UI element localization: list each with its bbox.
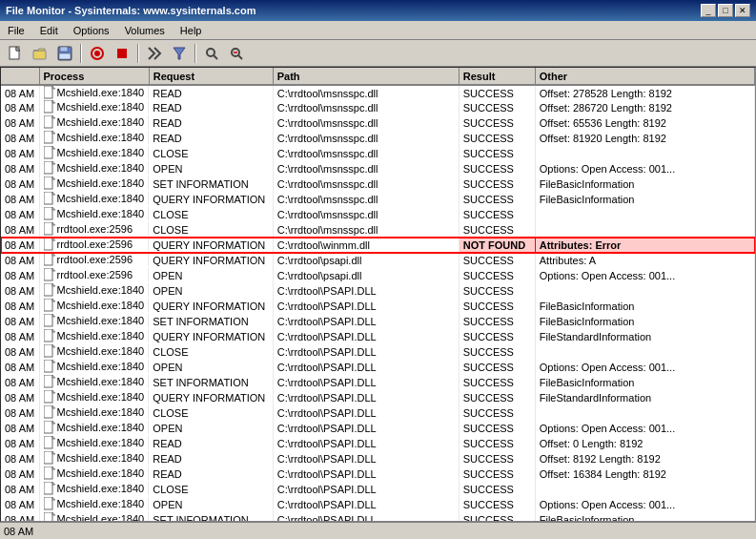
table-row[interactable]: 08 AMMcshield.exe:1840READC:\rrdtool\msn…	[1, 131, 755, 146]
toolbar-autoscroll[interactable]	[143, 43, 166, 64]
cell-time: 08 AM	[1, 405, 39, 421]
cell-path: C:\rrdtool\PSAPI.DLL	[273, 375, 459, 390]
cell-process: rrdtool.exe:2596	[40, 253, 150, 266]
table-row[interactable]: 08 AMrrdtool.exe:2596CLOSEC:\rrdtool\msn…	[1, 222, 755, 238]
table-row[interactable]: 08 AMMcshield.exe:1840CLOSEC:\rrdtool\PS…	[1, 482, 755, 497]
cell-time: 08 AM	[1, 436, 39, 451]
toolbar-capture[interactable]	[86, 43, 109, 64]
col-header-process[interactable]: Process	[39, 68, 149, 85]
cell-time: 08 AM	[1, 192, 39, 207]
file-icon	[44, 466, 57, 480]
table-row[interactable]: 08 AMMcshield.exe:1840OPENC:\rrdtool\PSA…	[1, 360, 755, 375]
table-row[interactable]: 08 AMMcshield.exe:1840OPENC:\rrdtool\PSA…	[1, 497, 755, 512]
maximize-button[interactable]: □	[718, 4, 733, 17]
svg-marker-49	[52, 207, 55, 210]
col-header-other[interactable]: Other	[535, 68, 754, 85]
cell-result: SUCCESS	[459, 115, 535, 131]
table-row[interactable]: 08 AMMcshield.exe:1840QUERY INFORMATIONC…	[1, 329, 755, 344]
table-row[interactable]: 08 AMMcshield.exe:1840QUERY INFORMATIONC…	[1, 192, 755, 207]
cell-request: SET INFORMATION	[149, 176, 273, 192]
table-row[interactable]: 08 AMMcshield.exe:1840OPENC:\rrdtool\PSA…	[1, 421, 755, 436]
cell-path: C:\rrdtool\PSAPI.DLL	[273, 451, 459, 466]
cell-process: Mcshield.exe:1840	[40, 207, 150, 220]
cell-time: 08 AM	[1, 375, 39, 390]
table-row[interactable]: 08 AMrrdtool.exe:2596OPENC:\rrdtool\psap…	[1, 268, 755, 283]
toolbar-stop[interactable]	[111, 43, 133, 64]
file-icon	[44, 283, 57, 297]
cell-path: C:\rrdtool\msnsspc.dll	[273, 207, 459, 222]
svg-rect-9	[117, 49, 127, 58]
table-row[interactable]: 08 AMMcshield.exe:1840OPENC:\rrdtool\msn…	[1, 161, 755, 176]
table-row[interactable]: 08 AMrrdtool.exe:2596QUERY INFORMATIONC:…	[1, 238, 755, 253]
menu-help[interactable]: Help	[173, 21, 210, 39]
toolbar-find[interactable]	[200, 43, 223, 64]
table-row[interactable]: 08 AMMcshield.exe:1840SET INFORMATIONC:\…	[1, 375, 755, 390]
toolbar-new[interactable]	[4, 43, 27, 64]
close-button[interactable]: ✕	[735, 4, 750, 17]
cell-process-text: Mcshield.exe:1840	[57, 330, 145, 342]
svg-rect-76	[44, 314, 52, 326]
toolbar-open[interactable]	[29, 43, 51, 64]
table-row[interactable]: 08 AMMcshield.exe:1840SET INFORMATIONC:\…	[1, 512, 755, 522]
file-icon	[44, 131, 57, 144]
cell-result: SUCCESS	[459, 421, 535, 436]
table-row[interactable]: 08 AMrrdtool.exe:2596QUERY INFORMATIONC:…	[1, 253, 755, 268]
table-row[interactable]: 08 AMMcshield.exe:1840READC:\rrdtool\msn…	[1, 100, 755, 115]
table-row[interactable]: 08 AMMcshield.exe:1840OPENC:\rrdtool\PSA…	[1, 283, 755, 299]
menu-file[interactable]: File	[0, 21, 32, 39]
col-header-request[interactable]: Request	[149, 68, 273, 85]
menu-volumes[interactable]: Volumes	[117, 21, 173, 39]
cell-process: Mcshield.exe:1840	[40, 314, 150, 327]
svg-rect-32	[44, 146, 52, 158]
cell-request: CLOSE	[149, 344, 273, 360]
table-row[interactable]: 08 AMMcshield.exe:1840SET INFORMATIONC:\…	[1, 176, 755, 192]
file-monitor-table[interactable]: Process Request Path Result Other 08 AMM…	[0, 67, 756, 522]
cell-path: C:\rrdtool\msnsspc.dll	[273, 131, 459, 146]
table-row[interactable]: 08 AMMcshield.exe:1840CLOSEC:\rrdtool\PS…	[1, 405, 755, 421]
col-header-time[interactable]	[1, 68, 39, 85]
table-row[interactable]: 08 AMMcshield.exe:1840READC:\rrdtool\PSA…	[1, 466, 755, 482]
table-row[interactable]: 08 AMMcshield.exe:1840CLOSEC:\rrdtool\ms…	[1, 146, 755, 161]
table-row[interactable]: 08 AMMcshield.exe:1840SET INFORMATIONC:\…	[1, 314, 755, 329]
cell-path: C:\rrdtool\msnsspc.dll	[273, 192, 459, 207]
cell-result: SUCCESS	[459, 85, 535, 100]
cell-path: C:\rrdtool\msnsspc.dll	[273, 115, 459, 131]
cell-other	[535, 146, 754, 161]
cell-path: C:\rrdtool\PSAPI.DLL	[273, 314, 459, 329]
svg-rect-48	[44, 207, 52, 219]
minimize-button[interactable]: _	[701, 4, 716, 17]
table-row[interactable]: 08 AMMcshield.exe:1840QUERY INFORMATIONC…	[1, 299, 755, 314]
svg-marker-69	[52, 283, 55, 286]
cell-process-text: Mcshield.exe:1840	[57, 193, 145, 204]
cell-time: 08 AM	[1, 421, 39, 436]
cell-process: Mcshield.exe:1840	[40, 283, 150, 297]
menu-options[interactable]: Options	[66, 21, 117, 39]
toolbar-save[interactable]	[53, 43, 76, 64]
svg-marker-10	[174, 48, 185, 59]
toolbar-sep2	[137, 44, 139, 63]
menu-edit[interactable]: Edit	[32, 21, 66, 39]
col-header-result[interactable]: Result	[459, 68, 535, 85]
svg-marker-129	[52, 512, 55, 515]
toolbar-highlight[interactable]	[225, 43, 248, 64]
table-row[interactable]: 08 AMMcshield.exe:1840CLOSEC:\rrdtool\PS…	[1, 344, 755, 360]
table-row[interactable]: 08 AMMcshield.exe:1840READC:\rrdtool\msn…	[1, 85, 755, 100]
file-icon	[44, 299, 57, 312]
cell-process: Mcshield.exe:1840	[40, 299, 150, 312]
cell-time: 08 AM	[1, 222, 39, 238]
table-row[interactable]: 08 AMMcshield.exe:1840CLOSEC:\rrdtool\ms…	[1, 207, 755, 222]
svg-marker-113	[52, 451, 55, 454]
cell-other: Offset: 278528 Length: 8192	[535, 85, 754, 100]
cell-time: 08 AM	[1, 85, 39, 100]
svg-point-8	[94, 51, 100, 56]
toolbar-sep1	[80, 44, 82, 63]
table-row[interactable]: 08 AMMcshield.exe:1840READC:\rrdtool\msn…	[1, 115, 755, 131]
cell-other: Offset: 16384 Length: 8192	[535, 466, 754, 482]
table-row[interactable]: 08 AMMcshield.exe:1840READC:\rrdtool\PSA…	[1, 436, 755, 451]
table-row[interactable]: 08 AMMcshield.exe:1840READC:\rrdtool\PSA…	[1, 451, 755, 466]
cell-path: C:\rrdtool\PSAPI.DLL	[273, 482, 459, 497]
table-row[interactable]: 08 AMMcshield.exe:1840QUERY INFORMATIONC…	[1, 390, 755, 405]
toolbar-filter[interactable]	[168, 43, 191, 64]
svg-rect-112	[44, 451, 52, 464]
col-header-path[interactable]: Path	[273, 68, 459, 85]
